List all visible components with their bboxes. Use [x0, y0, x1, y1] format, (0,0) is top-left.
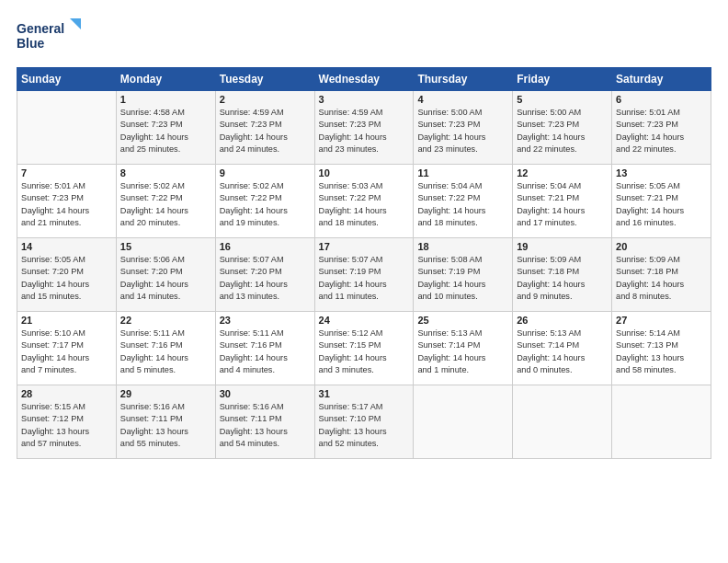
- calendar-day-cell: 30Sunrise: 5:16 AM Sunset: 7:11 PM Dayli…: [215, 385, 314, 459]
- day-number: 27: [616, 315, 707, 326]
- calendar-day-cell: 11Sunrise: 5:04 AM Sunset: 7:22 PM Dayli…: [414, 165, 513, 238]
- day-info: Sunrise: 5:00 AM Sunset: 7:23 PM Dayligh…: [517, 107, 608, 155]
- calendar-day-cell: 20Sunrise: 5:09 AM Sunset: 7:18 PM Dayli…: [612, 238, 711, 312]
- day-info: Sunrise: 5:10 AM Sunset: 7:17 PM Dayligh…: [21, 327, 112, 376]
- day-info: Sunrise: 5:06 AM Sunset: 7:20 PM Dayligh…: [120, 254, 211, 303]
- day-number: 23: [220, 315, 311, 326]
- day-info: Sunrise: 5:02 AM Sunset: 7:22 PM Dayligh…: [220, 180, 311, 229]
- day-number: 17: [319, 241, 410, 252]
- calendar-day-cell: 5Sunrise: 5:00 AM Sunset: 7:23 PM Daylig…: [513, 91, 612, 165]
- weekday-header-cell: Sunday: [17, 68, 117, 91]
- day-info: Sunrise: 5:05 AM Sunset: 7:21 PM Dayligh…: [616, 180, 707, 229]
- calendar-day-cell: 31Sunrise: 5:17 AM Sunset: 7:10 PM Dayli…: [314, 385, 414, 459]
- calendar-day-cell: 10Sunrise: 5:03 AM Sunset: 7:22 PM Dayli…: [314, 165, 414, 238]
- day-info: Sunrise: 5:05 AM Sunset: 7:20 PM Dayligh…: [21, 254, 112, 303]
- day-info: Sunrise: 5:17 AM Sunset: 7:10 PM Dayligh…: [319, 401, 410, 450]
- calendar-week-row: 21Sunrise: 5:10 AM Sunset: 7:17 PM Dayli…: [17, 312, 711, 385]
- day-number: 7: [21, 167, 112, 178]
- calendar-day-cell: 25Sunrise: 5:13 AM Sunset: 7:14 PM Dayli…: [414, 312, 513, 385]
- calendar-day-cell: 28Sunrise: 5:15 AM Sunset: 7:12 PM Dayli…: [17, 385, 117, 459]
- day-info: Sunrise: 5:09 AM Sunset: 7:18 PM Dayligh…: [517, 254, 608, 303]
- calendar-day-cell: 12Sunrise: 5:04 AM Sunset: 7:21 PM Dayli…: [513, 165, 612, 238]
- calendar-day-cell: 15Sunrise: 5:06 AM Sunset: 7:20 PM Dayli…: [116, 238, 215, 312]
- day-number: 10: [319, 167, 410, 178]
- day-info: Sunrise: 5:13 AM Sunset: 7:14 PM Dayligh…: [517, 327, 608, 376]
- logo: General Blue: [17, 17, 81, 58]
- day-info: Sunrise: 5:16 AM Sunset: 7:11 PM Dayligh…: [120, 401, 211, 450]
- calendar-day-cell: 23Sunrise: 5:11 AM Sunset: 7:16 PM Dayli…: [215, 312, 314, 385]
- day-number: 8: [120, 167, 211, 178]
- weekday-header-cell: Friday: [513, 68, 612, 91]
- day-info: Sunrise: 5:07 AM Sunset: 7:20 PM Dayligh…: [220, 254, 311, 303]
- day-number: 20: [616, 241, 707, 252]
- day-info: Sunrise: 5:13 AM Sunset: 7:14 PM Dayligh…: [417, 327, 508, 376]
- day-info: Sunrise: 5:12 AM Sunset: 7:15 PM Dayligh…: [319, 327, 410, 376]
- day-info: Sunrise: 5:02 AM Sunset: 7:22 PM Dayligh…: [120, 180, 211, 229]
- day-number: 22: [120, 315, 211, 326]
- day-number: 25: [417, 315, 508, 326]
- weekday-header-cell: Thursday: [414, 68, 513, 91]
- calendar-week-row: 1Sunrise: 4:58 AM Sunset: 7:23 PM Daylig…: [17, 91, 711, 165]
- day-info: Sunrise: 5:16 AM Sunset: 7:11 PM Dayligh…: [220, 401, 311, 450]
- calendar-day-cell: 18Sunrise: 5:08 AM Sunset: 7:19 PM Dayli…: [414, 238, 513, 312]
- weekday-header-cell: Tuesday: [215, 68, 314, 91]
- calendar-day-cell: 3Sunrise: 4:59 AM Sunset: 7:23 PM Daylig…: [314, 91, 414, 165]
- calendar-day-cell: 9Sunrise: 5:02 AM Sunset: 7:22 PM Daylig…: [215, 165, 314, 238]
- day-number: 24: [319, 315, 410, 326]
- day-info: Sunrise: 4:59 AM Sunset: 7:23 PM Dayligh…: [220, 107, 311, 155]
- calendar-day-cell: 26Sunrise: 5:13 AM Sunset: 7:14 PM Dayli…: [513, 312, 612, 385]
- day-number: 18: [417, 241, 508, 252]
- calendar-day-cell: [17, 91, 117, 165]
- day-number: 11: [417, 167, 508, 178]
- day-number: 21: [21, 315, 112, 326]
- day-info: Sunrise: 5:14 AM Sunset: 7:13 PM Dayligh…: [616, 327, 707, 376]
- day-info: Sunrise: 5:08 AM Sunset: 7:19 PM Dayligh…: [417, 254, 508, 303]
- day-number: 15: [120, 241, 211, 252]
- day-info: Sunrise: 5:04 AM Sunset: 7:21 PM Dayligh…: [517, 180, 608, 229]
- day-info: Sunrise: 5:01 AM Sunset: 7:23 PM Dayligh…: [616, 107, 707, 155]
- calendar-day-cell: 8Sunrise: 5:02 AM Sunset: 7:22 PM Daylig…: [116, 165, 215, 238]
- day-info: Sunrise: 5:03 AM Sunset: 7:22 PM Dayligh…: [319, 180, 410, 229]
- day-number: 29: [120, 388, 211, 399]
- day-info: Sunrise: 5:11 AM Sunset: 7:16 PM Dayligh…: [120, 327, 211, 376]
- calendar-week-row: 7Sunrise: 5:01 AM Sunset: 7:23 PM Daylig…: [17, 165, 711, 238]
- calendar-day-cell: 4Sunrise: 5:00 AM Sunset: 7:23 PM Daylig…: [414, 91, 513, 165]
- day-number: 4: [417, 94, 508, 105]
- day-number: 3: [319, 94, 410, 105]
- calendar-day-cell: [414, 385, 513, 459]
- calendar-day-cell: 2Sunrise: 4:59 AM Sunset: 7:23 PM Daylig…: [215, 91, 314, 165]
- calendar-table: SundayMondayTuesdayWednesdayThursdayFrid…: [17, 67, 711, 459]
- calendar-header: General Blue: [17, 17, 711, 58]
- calendar-day-cell: 29Sunrise: 5:16 AM Sunset: 7:11 PM Dayli…: [116, 385, 215, 459]
- calendar-day-cell: 16Sunrise: 5:07 AM Sunset: 7:20 PM Dayli…: [215, 238, 314, 312]
- day-info: Sunrise: 5:09 AM Sunset: 7:18 PM Dayligh…: [616, 254, 707, 303]
- svg-marker-2: [70, 18, 81, 29]
- day-number: 13: [616, 167, 707, 178]
- calendar-day-cell: 24Sunrise: 5:12 AM Sunset: 7:15 PM Dayli…: [314, 312, 414, 385]
- day-number: 5: [517, 94, 608, 105]
- calendar-day-cell: 14Sunrise: 5:05 AM Sunset: 7:20 PM Dayli…: [17, 238, 117, 312]
- calendar-day-cell: 1Sunrise: 4:58 AM Sunset: 7:23 PM Daylig…: [116, 91, 215, 165]
- calendar-day-cell: 21Sunrise: 5:10 AM Sunset: 7:17 PM Dayli…: [17, 312, 117, 385]
- svg-text:General: General: [17, 21, 64, 36]
- calendar-day-cell: 17Sunrise: 5:07 AM Sunset: 7:19 PM Dayli…: [314, 238, 414, 312]
- calendar-container: General Blue SundayMondayTuesdayWednesda…: [0, 0, 728, 468]
- calendar-body: 1Sunrise: 4:58 AM Sunset: 7:23 PM Daylig…: [17, 91, 711, 459]
- day-info: Sunrise: 4:58 AM Sunset: 7:23 PM Dayligh…: [120, 107, 211, 155]
- day-number: 6: [616, 94, 707, 105]
- calendar-day-cell: 13Sunrise: 5:05 AM Sunset: 7:21 PM Dayli…: [612, 165, 711, 238]
- day-info: Sunrise: 5:11 AM Sunset: 7:16 PM Dayligh…: [220, 327, 311, 376]
- day-number: 16: [220, 241, 311, 252]
- day-number: 1: [120, 94, 211, 105]
- weekday-header-cell: Wednesday: [314, 68, 414, 91]
- calendar-day-cell: [612, 385, 711, 459]
- calendar-day-cell: [513, 385, 612, 459]
- day-number: 30: [220, 388, 311, 399]
- calendar-day-cell: 19Sunrise: 5:09 AM Sunset: 7:18 PM Dayli…: [513, 238, 612, 312]
- calendar-week-row: 14Sunrise: 5:05 AM Sunset: 7:20 PM Dayli…: [17, 238, 711, 312]
- day-info: Sunrise: 5:01 AM Sunset: 7:23 PM Dayligh…: [21, 180, 112, 229]
- day-number: 19: [517, 241, 608, 252]
- weekday-header-row: SundayMondayTuesdayWednesdayThursdayFrid…: [17, 68, 711, 91]
- day-info: Sunrise: 5:04 AM Sunset: 7:22 PM Dayligh…: [417, 180, 508, 229]
- day-number: 14: [21, 241, 112, 252]
